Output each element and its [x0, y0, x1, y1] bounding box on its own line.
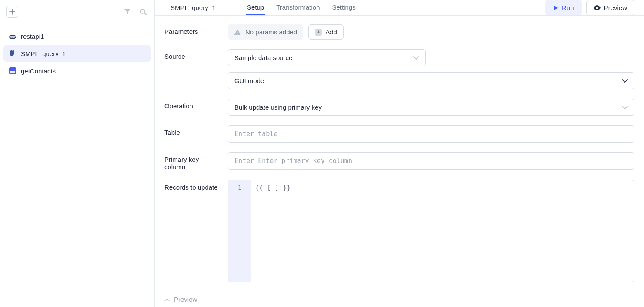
operation-value: Bulk update using primary key — [234, 103, 322, 111]
search-icon — [140, 8, 147, 15]
tab-settings[interactable]: Settings — [331, 0, 357, 15]
warning-icon — [234, 29, 241, 35]
no-params-chip: No params added — [228, 24, 303, 40]
table-label: Table — [164, 125, 221, 136]
svg-text:REST: REST — [10, 36, 15, 38]
preview-button-label: Preview — [604, 4, 627, 11]
chevron-down-icon — [413, 56, 419, 60]
form-content: Parameters No params added + Add Source — [155, 16, 644, 291]
filter-icon — [124, 8, 131, 15]
operation-select[interactable]: Bulk update using primary key — [228, 99, 634, 116]
chevron-down-icon — [622, 106, 628, 109]
chevron-down-icon — [622, 79, 628, 83]
add-query-button[interactable] — [6, 6, 18, 18]
bottom-preview-label: Preview — [174, 296, 197, 303]
sidebar: REST restapi1 SMPL_query_1 getContacts — [0, 0, 155, 307]
preview-button[interactable]: Preview — [586, 0, 634, 15]
primary-key-label: Primary key column — [164, 152, 221, 170]
bottom-preview-bar[interactable]: Preview — [155, 291, 644, 307]
table-input[interactable] — [228, 125, 634, 143]
tab-setup[interactable]: Setup — [246, 0, 265, 15]
play-icon — [553, 5, 558, 11]
operation-label: Operation — [164, 99, 221, 110]
chevron-up-icon — [164, 298, 170, 301]
sidebar-item-label: getContacts — [21, 67, 56, 75]
sidebar-item-getcontacts[interactable]: getContacts — [3, 63, 151, 79]
tab-transformation[interactable]: Transformation — [275, 0, 320, 15]
primary-key-input[interactable] — [228, 152, 634, 170]
tabs: Setup Transformation Settings — [246, 0, 357, 15]
sidebar-header — [0, 0, 154, 23]
main-panel: SMPL_query_1 Setup Transformation Settin… — [155, 0, 644, 307]
filter-button[interactable] — [122, 7, 133, 17]
plus-icon: + — [315, 29, 322, 36]
run-button[interactable]: Run — [545, 0, 582, 15]
records-code-editor[interactable]: 1 {{ [ ] }} — [228, 180, 634, 282]
page-title: SMPL_query_1 — [170, 4, 236, 11]
sidebar-list: REST restapi1 SMPL_query_1 getContacts — [0, 23, 154, 83]
mode-select[interactable]: GUI mode — [228, 72, 634, 89]
run-button-label: Run — [562, 4, 574, 11]
add-param-button[interactable]: + Add — [308, 24, 344, 40]
code-gutter: 1 — [228, 180, 251, 282]
records-label: Records to update — [164, 180, 221, 191]
svg-rect-4 — [10, 71, 15, 73]
main-header: SMPL_query_1 Setup Transformation Settin… — [155, 0, 644, 16]
source-select[interactable]: Sample data source — [228, 49, 426, 66]
sidebar-item-label: restapi1 — [21, 33, 44, 40]
source-value: Sample data source — [234, 54, 292, 61]
sidebar-item-smpl-query-1[interactable]: SMPL_query_1 — [3, 45, 151, 62]
line-number: 1 — [228, 184, 251, 191]
rest-api-icon: REST — [9, 32, 17, 40]
parameters-label: Parameters — [164, 24, 221, 35]
code-content: {{ [ ] }} — [251, 180, 295, 282]
source-label: Source — [164, 49, 221, 60]
sidebar-item-restapi1[interactable]: REST restapi1 — [3, 28, 151, 44]
add-param-label: Add — [325, 28, 337, 36]
js-icon — [9, 67, 17, 75]
plus-icon — [9, 9, 15, 15]
no-params-text: No params added — [245, 28, 297, 36]
sidebar-item-label: SMPL_query_1 — [21, 50, 66, 57]
eye-icon — [594, 5, 601, 10]
postgres-icon — [9, 50, 17, 57]
search-button[interactable] — [138, 7, 148, 17]
mode-value: GUI mode — [234, 77, 264, 84]
